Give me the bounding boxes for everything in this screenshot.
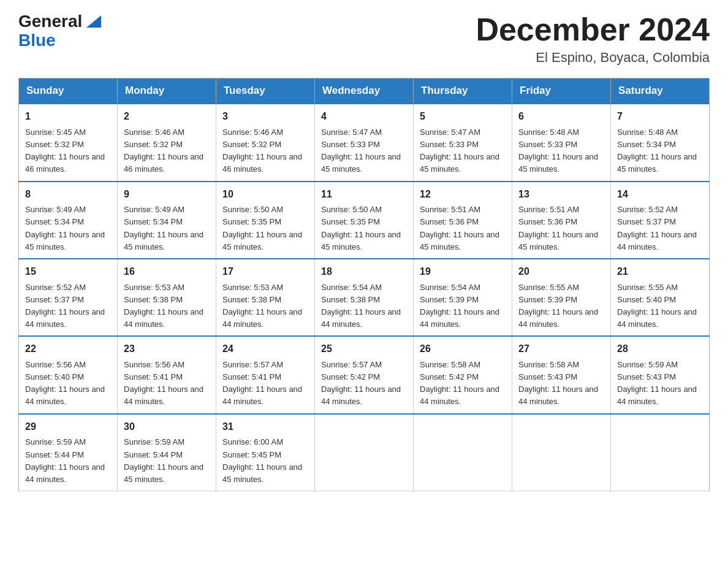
day-number: 29: [25, 419, 111, 435]
day-number: 24: [222, 342, 308, 357]
calendar-cell: 27Sunrise: 5:58 AMSunset: 5:43 PMDayligh…: [512, 336, 611, 413]
column-header-monday: Monday: [118, 79, 216, 104]
calendar-cell: [512, 414, 611, 491]
calendar-cell: 31Sunrise: 6:00 AMSunset: 5:45 PMDayligh…: [216, 414, 315, 491]
calendar-cell: 21Sunrise: 5:55 AMSunset: 5:40 PMDayligh…: [611, 259, 710, 336]
day-number: 15: [25, 264, 111, 280]
day-info: Sunrise: 5:59 AMSunset: 5:44 PMDaylight:…: [124, 436, 210, 486]
day-number: 22: [25, 342, 111, 357]
day-number: 12: [420, 187, 506, 202]
day-number: 23: [124, 342, 210, 357]
calendar-cell: 23Sunrise: 5:56 AMSunset: 5:41 PMDayligh…: [118, 336, 216, 413]
day-info: Sunrise: 5:59 AMSunset: 5:43 PMDaylight:…: [617, 359, 703, 408]
day-info: Sunrise: 6:00 AMSunset: 5:45 PMDaylight:…: [222, 436, 308, 486]
day-info: Sunrise: 5:46 AMSunset: 5:32 PMDaylight:…: [222, 126, 308, 176]
day-number: 21: [617, 264, 703, 280]
calendar-cell: 11Sunrise: 5:50 AMSunset: 5:35 PMDayligh…: [315, 182, 414, 259]
calendar-cell: 12Sunrise: 5:51 AMSunset: 5:36 PMDayligh…: [414, 182, 512, 259]
day-info: Sunrise: 5:52 AMSunset: 5:37 PMDaylight:…: [617, 204, 703, 253]
logo-text-blue: Blue: [18, 31, 56, 50]
day-number: 27: [518, 342, 604, 357]
column-header-friday: Friday: [512, 79, 611, 104]
day-info: Sunrise: 5:57 AMSunset: 5:42 PMDaylight:…: [321, 359, 407, 408]
calendar-cell: 2Sunrise: 5:46 AMSunset: 5:32 PMDaylight…: [118, 104, 216, 181]
day-info: Sunrise: 5:51 AMSunset: 5:36 PMDaylight:…: [420, 204, 506, 253]
day-number: 1: [25, 109, 111, 124]
calendar-cell: 17Sunrise: 5:53 AMSunset: 5:38 PMDayligh…: [216, 259, 315, 336]
calendar-cell: 3Sunrise: 5:46 AMSunset: 5:32 PMDaylight…: [216, 104, 315, 181]
day-number: 7: [617, 109, 703, 124]
day-info: Sunrise: 5:50 AMSunset: 5:35 PMDaylight:…: [321, 204, 407, 253]
calendar-cell: 1Sunrise: 5:45 AMSunset: 5:32 PMDaylight…: [19, 104, 118, 181]
calendar-header-row: SundayMondayTuesdayWednesdayThursdayFrid…: [19, 79, 710, 104]
calendar-cell: [611, 414, 710, 491]
day-number: 20: [518, 264, 604, 280]
calendar-cell: [414, 414, 512, 491]
logo-icon: [84, 10, 104, 30]
page-header: General Blue December 2024 El Espino, Bo…: [18, 12, 710, 66]
day-info: Sunrise: 5:54 AMSunset: 5:38 PMDaylight:…: [321, 282, 407, 331]
calendar-table: SundayMondayTuesdayWednesdayThursdayFrid…: [18, 78, 710, 491]
day-number: 26: [420, 342, 506, 357]
day-number: 4: [321, 109, 407, 124]
day-info: Sunrise: 5:54 AMSunset: 5:39 PMDaylight:…: [420, 282, 506, 331]
calendar-cell: 26Sunrise: 5:58 AMSunset: 5:42 PMDayligh…: [414, 336, 512, 413]
day-info: Sunrise: 5:49 AMSunset: 5:34 PMDaylight:…: [25, 204, 111, 253]
calendar-cell: 29Sunrise: 5:59 AMSunset: 5:44 PMDayligh…: [19, 414, 118, 491]
calendar-cell: 19Sunrise: 5:54 AMSunset: 5:39 PMDayligh…: [414, 259, 512, 336]
day-number: 30: [124, 419, 210, 435]
title-area: December 2024 El Espino, Boyaca, Colombi…: [476, 12, 710, 66]
svg-marker-0: [86, 15, 101, 28]
day-number: 25: [321, 342, 407, 357]
calendar-cell: 25Sunrise: 5:57 AMSunset: 5:42 PMDayligh…: [315, 336, 414, 413]
day-number: 14: [617, 187, 703, 202]
day-info: Sunrise: 5:48 AMSunset: 5:33 PMDaylight:…: [518, 126, 604, 176]
month-year-title: December 2024: [476, 12, 710, 47]
calendar-cell: 16Sunrise: 5:53 AMSunset: 5:38 PMDayligh…: [118, 259, 216, 336]
calendar-cell: 22Sunrise: 5:56 AMSunset: 5:40 PMDayligh…: [19, 336, 118, 413]
day-number: 16: [124, 264, 210, 280]
day-number: 18: [321, 264, 407, 280]
day-info: Sunrise: 5:52 AMSunset: 5:37 PMDaylight:…: [25, 282, 111, 331]
day-number: 13: [518, 187, 604, 202]
calendar-cell: 10Sunrise: 5:50 AMSunset: 5:35 PMDayligh…: [216, 182, 315, 259]
day-info: Sunrise: 5:58 AMSunset: 5:43 PMDaylight:…: [518, 359, 604, 408]
week-row-5: 29Sunrise: 5:59 AMSunset: 5:44 PMDayligh…: [19, 414, 710, 491]
week-row-4: 22Sunrise: 5:56 AMSunset: 5:40 PMDayligh…: [19, 336, 710, 413]
calendar-cell: 18Sunrise: 5:54 AMSunset: 5:38 PMDayligh…: [315, 259, 414, 336]
calendar-cell: 30Sunrise: 5:59 AMSunset: 5:44 PMDayligh…: [118, 414, 216, 491]
day-info: Sunrise: 5:56 AMSunset: 5:41 PMDaylight:…: [124, 359, 210, 408]
day-info: Sunrise: 5:47 AMSunset: 5:33 PMDaylight:…: [420, 126, 506, 176]
day-number: 5: [420, 109, 506, 124]
day-number: 9: [124, 187, 210, 202]
day-info: Sunrise: 5:53 AMSunset: 5:38 PMDaylight:…: [222, 282, 308, 331]
week-row-1: 1Sunrise: 5:45 AMSunset: 5:32 PMDaylight…: [19, 104, 710, 181]
day-number: 6: [518, 109, 604, 124]
location-subtitle: El Espino, Boyaca, Colombia: [476, 50, 710, 66]
calendar-cell: [315, 414, 414, 491]
calendar-cell: 8Sunrise: 5:49 AMSunset: 5:34 PMDaylight…: [19, 182, 118, 259]
calendar-cell: 24Sunrise: 5:57 AMSunset: 5:41 PMDayligh…: [216, 336, 315, 413]
calendar-cell: 15Sunrise: 5:52 AMSunset: 5:37 PMDayligh…: [19, 259, 118, 336]
day-info: Sunrise: 5:55 AMSunset: 5:39 PMDaylight:…: [518, 282, 604, 331]
day-info: Sunrise: 5:47 AMSunset: 5:33 PMDaylight:…: [321, 126, 407, 176]
column-header-sunday: Sunday: [19, 79, 118, 104]
day-number: 8: [25, 187, 111, 202]
day-info: Sunrise: 5:50 AMSunset: 5:35 PMDaylight:…: [222, 204, 308, 253]
day-info: Sunrise: 5:55 AMSunset: 5:40 PMDaylight:…: [617, 282, 703, 331]
week-row-2: 8Sunrise: 5:49 AMSunset: 5:34 PMDaylight…: [19, 182, 710, 259]
column-header-saturday: Saturday: [611, 79, 710, 104]
calendar-cell: 5Sunrise: 5:47 AMSunset: 5:33 PMDaylight…: [414, 104, 512, 181]
logo-text-general: General: [18, 12, 82, 31]
day-info: Sunrise: 5:46 AMSunset: 5:32 PMDaylight:…: [124, 126, 210, 176]
day-info: Sunrise: 5:45 AMSunset: 5:32 PMDaylight:…: [25, 126, 111, 176]
calendar-cell: 13Sunrise: 5:51 AMSunset: 5:36 PMDayligh…: [512, 182, 611, 259]
day-info: Sunrise: 5:48 AMSunset: 5:34 PMDaylight:…: [617, 126, 703, 176]
calendar-cell: 4Sunrise: 5:47 AMSunset: 5:33 PMDaylight…: [315, 104, 414, 181]
calendar-cell: 6Sunrise: 5:48 AMSunset: 5:33 PMDaylight…: [512, 104, 611, 181]
day-info: Sunrise: 5:53 AMSunset: 5:38 PMDaylight:…: [124, 282, 210, 331]
calendar-cell: 9Sunrise: 5:49 AMSunset: 5:34 PMDaylight…: [118, 182, 216, 259]
day-number: 19: [420, 264, 506, 280]
day-number: 11: [321, 187, 407, 202]
calendar-cell: 20Sunrise: 5:55 AMSunset: 5:39 PMDayligh…: [512, 259, 611, 336]
